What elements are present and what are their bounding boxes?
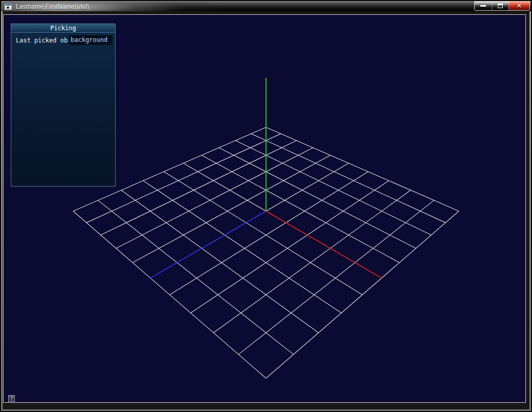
grid-line [213,190,410,333]
x-axis-line [266,211,382,278]
grid-line [219,148,416,248]
grid-line [73,211,266,378]
grid-line [266,211,459,378]
row-label: Last picked ob.. [14,37,69,44]
minimize-icon [480,5,486,7]
panel-title: Picking [50,25,76,32]
z-axis-line [150,211,266,278]
grid-line [98,200,294,355]
row-value: background [69,35,113,45]
grid-line [121,190,318,333]
maximize-icon [498,4,503,8]
close-icon: ✕ [517,3,522,9]
minimize-button[interactable] [475,1,492,10]
grid-line [235,141,431,235]
app-icon[interactable] [5,4,12,10]
grid-line [86,134,281,223]
panel-titlebar[interactable]: Picking [11,24,115,33]
help-button[interactable]: ? [8,395,15,402]
window-titlebar[interactable]: Lastname,FirstName(ufid) [1,1,531,11]
grid-line [101,141,297,235]
window-title: Lastname,FirstName(ufid) [16,3,90,10]
grid-line [164,172,362,295]
client-area: Picking Last picked ob.. background ? [3,14,526,403]
gl-viewport[interactable]: Picking Last picked ob.. background ? [4,15,525,402]
grid-line [251,134,446,223]
picking-panel: Picking Last picked ob.. background [11,24,116,187]
grid-line [116,148,313,248]
close-button[interactable]: ✕ [508,1,529,10]
panel-row: Last picked ob.. background [14,35,113,45]
maximize-button[interactable] [492,1,508,10]
grid-line [170,172,368,295]
grid-line [238,200,434,355]
window-controls: ✕ [474,1,530,11]
